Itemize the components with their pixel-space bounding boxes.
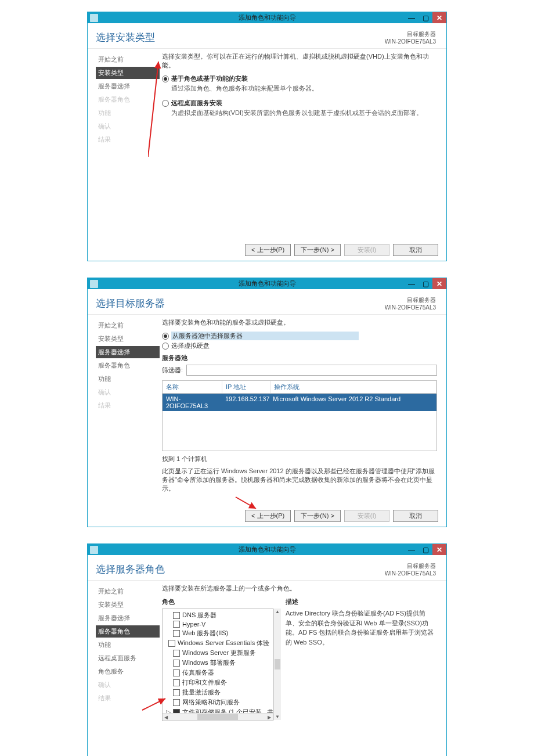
app-icon <box>90 280 98 288</box>
scroll-down-icon[interactable]: ▼ <box>275 714 280 720</box>
nav-server-selection[interactable]: 服务器选择 <box>96 612 160 624</box>
scroll-thumb[interactable] <box>197 714 238 720</box>
titlebar[interactable]: 添加角色和功能向导 — ▢ ✕ <box>88 278 446 289</box>
svg-line-1 <box>236 497 256 509</box>
minimize-button[interactable]: — <box>405 278 418 289</box>
page-title: 选择目标服务器 <box>96 297 165 310</box>
result-count: 找到 1 个计算机 <box>162 455 437 463</box>
role-item[interactable]: Web 服务器(IIS) <box>163 628 273 638</box>
roles-header: 角色 <box>162 597 281 606</box>
server-pool-label: 服务器池 <box>162 354 437 362</box>
filter-input[interactable] <box>186 365 437 376</box>
nav-sidebar: 开始之前 安装类型 服务器选择 服务器角色 功能 远程桌面服务 角色服务 确认 … <box>88 581 160 756</box>
minimize-button[interactable]: — <box>405 544 418 555</box>
checkbox-icon[interactable] <box>173 679 180 686</box>
scroll-left-icon[interactable]: ◀ <box>164 714 168 721</box>
annotation-arrow-icon <box>141 695 176 712</box>
horizontal-scrollbar[interactable]: ◀ ▶ <box>163 713 273 721</box>
svg-line-0 <box>148 62 158 157</box>
checkbox-icon[interactable] <box>168 640 175 647</box>
app-icon <box>90 546 98 554</box>
radio-icon <box>162 343 169 350</box>
nav-results: 结果 <box>96 399 160 412</box>
window-title: 添加角色和功能向导 <box>239 279 296 288</box>
maximize-button[interactable]: ▢ <box>418 278 432 289</box>
col-os[interactable]: 操作系统 <box>270 381 436 393</box>
col-name[interactable]: 名称 <box>163 381 222 393</box>
vertical-scrollbar[interactable]: ▲ ▼ <box>273 609 281 720</box>
wizard-window-1: 添加角色和功能向导 — ▢ ✕ 选择安装类型 目标服务器 WIN-2OIFOE7… <box>87 12 447 261</box>
next-button[interactable]: 下一步(N) > <box>294 244 341 256</box>
maximize-button[interactable]: ▢ <box>418 12 432 23</box>
target-server-info: 目标服务器 WIN-2OIFOE75AL3 <box>385 562 436 577</box>
role-item[interactable]: Windows 部署服务 <box>163 658 273 668</box>
role-item[interactable]: 网络策略和访问服务 <box>163 697 273 707</box>
role-item[interactable]: Windows Server Essentials 体验 <box>163 638 273 648</box>
nav-server-selection[interactable]: 服务器选择 <box>96 346 160 358</box>
nav-installation-type[interactable]: 安装类型 <box>96 599 160 611</box>
minimize-button[interactable]: — <box>405 12 418 23</box>
role-item[interactable]: Windows Server 更新服务 <box>163 648 273 658</box>
install-button: 安装(I) <box>344 244 389 256</box>
role-item[interactable]: DNS 服务器 <box>163 610 273 620</box>
cancel-button[interactable]: 取消 <box>393 510 438 522</box>
role-item[interactable]: 传真服务器 <box>163 668 273 678</box>
role-item[interactable]: 批量激活服务 <box>163 687 273 697</box>
roles-listbox[interactable]: DNS 服务器 Hyper-V Web 服务器(IIS) Windows Ser… <box>162 609 273 721</box>
option-server-pool[interactable]: 从服务器池中选择服务器 <box>162 332 437 340</box>
maximize-button[interactable]: ▢ <box>418 544 432 555</box>
nav-installation-type[interactable]: 安装类型 <box>96 333 160 345</box>
table-row[interactable]: WIN-2OIFOE75AL3 192.168.52.137 Microsoft… <box>163 394 436 411</box>
cancel-button[interactable]: 取消 <box>393 244 438 256</box>
nav-rds[interactable]: 远程桌面服务 <box>96 652 160 664</box>
checkbox-icon[interactable] <box>173 621 180 628</box>
scroll-right-icon[interactable]: ▶ <box>267 714 272 721</box>
titlebar[interactable]: 添加角色和功能向导 — ▢ ✕ <box>88 12 446 23</box>
nav-role-services[interactable]: 角色服务 <box>96 665 160 678</box>
server-table[interactable]: 名称 IP 地址 操作系统 WIN-2OIFOE75AL3 192.168.52… <box>162 380 437 451</box>
target-server-info: 目标服务器 WIN-2OIFOE75AL3 <box>385 30 436 45</box>
checkbox-icon[interactable] <box>173 660 180 667</box>
table-empty-area <box>163 411 436 451</box>
nav-features[interactable]: 功能 <box>96 373 160 385</box>
option-vhd[interactable]: 选择虚拟硬盘 <box>162 341 437 350</box>
close-button[interactable]: ✕ <box>432 12 446 23</box>
previous-button[interactable]: < 上一步(P) <box>245 244 291 256</box>
close-button[interactable]: ✕ <box>432 278 446 289</box>
install-button: 安装(I) <box>344 510 389 522</box>
nav-server-roles[interactable]: 服务器角色 <box>96 625 160 638</box>
checkbox-icon[interactable] <box>173 630 180 637</box>
nav-before-you-begin[interactable]: 开始之前 <box>96 319 160 332</box>
checkbox-icon[interactable] <box>173 650 180 657</box>
titlebar[interactable]: 添加角色和功能向导 — ▢ ✕ <box>88 544 446 555</box>
window-title: 添加角色和功能向导 <box>239 545 296 554</box>
role-item-file-storage[interactable]: ▷文件和存储服务 (1 个已安装 , 共 12 个) <box>163 707 273 713</box>
page-footnote: 此页显示了正在运行 Windows Server 2012 的服务器以及那些已经… <box>162 467 437 493</box>
annotation-arrow-icon <box>233 496 268 512</box>
nav-confirmation: 确认 <box>96 679 160 691</box>
radio-icon <box>162 333 169 340</box>
nav-before-you-begin[interactable]: 开始之前 <box>96 585 160 597</box>
nav-features[interactable]: 功能 <box>96 639 160 651</box>
next-button[interactable]: 下一步(N) > <box>294 510 341 522</box>
nav-server-roles[interactable]: 服务器角色 <box>96 359 160 372</box>
description-header: 描述 <box>286 597 437 606</box>
page-title: 选择安装类型 <box>96 31 155 44</box>
target-server-info: 目标服务器 WIN-2OIFOE75AL3 <box>385 296 436 311</box>
scroll-up-icon[interactable]: ▲ <box>275 609 280 615</box>
close-button[interactable]: ✕ <box>432 544 446 555</box>
scroll-thumb[interactable] <box>275 659 280 669</box>
svg-line-2 <box>142 699 165 710</box>
window-title: 添加角色和功能向导 <box>239 13 296 22</box>
wizard-window-2: www.bdocx.com 添加角色和功能向导 — ▢ ✕ 选择目标服务器 目标… <box>87 278 447 527</box>
role-description: Active Directory 联合身份验证服务(AD FS)提供简单、安全的… <box>286 609 437 647</box>
col-ip[interactable]: IP 地址 <box>222 381 270 393</box>
role-item[interactable]: 打印和文件服务 <box>163 678 273 687</box>
checkbox-icon[interactable] <box>173 612 180 619</box>
nav-confirmation: 确认 <box>96 386 160 398</box>
role-item[interactable]: Hyper-V <box>163 620 273 628</box>
checkbox-icon[interactable] <box>173 669 180 676</box>
app-icon <box>90 14 98 22</box>
annotation-arrow-icon <box>148 58 241 163</box>
page-description: 选择要安装角色和功能的服务器或虚拟硬盘。 <box>162 315 437 332</box>
